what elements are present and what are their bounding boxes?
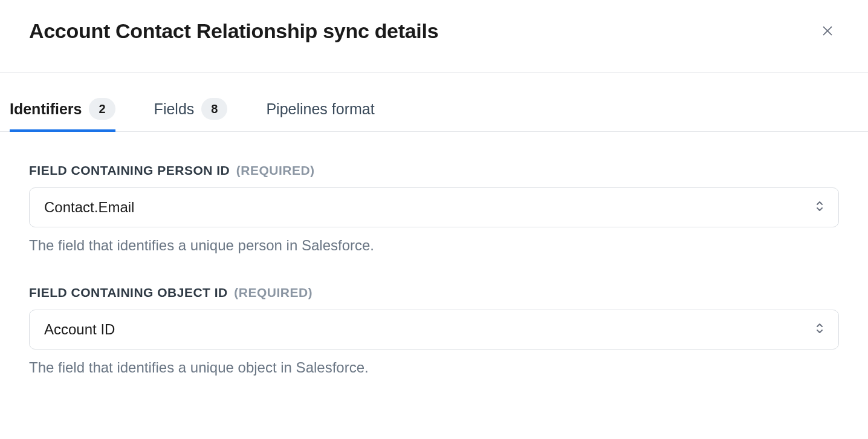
chevron-up-down-icon: [815, 200, 824, 215]
form-group-object-id: FIELD CONTAINING OBJECT ID (REQUIRED) Ac…: [29, 285, 839, 376]
tab-pipelines-label: Pipelines format: [266, 100, 374, 118]
tab-identifiers-label: Identifiers: [10, 100, 82, 118]
object-id-required: (REQUIRED): [234, 285, 313, 299]
tab-pipelines-format[interactable]: Pipelines format: [266, 98, 374, 132]
tab-fields-badge: 8: [201, 98, 227, 120]
tab-identifiers-badge: 2: [89, 98, 115, 120]
person-id-select[interactable]: Contact.Email: [29, 187, 839, 227]
close-button[interactable]: [818, 22, 837, 42]
content-area: FIELD CONTAINING PERSON ID (REQUIRED) Co…: [0, 132, 868, 376]
tab-fields-label: Fields: [154, 100, 195, 118]
person-id-label-row: FIELD CONTAINING PERSON ID (REQUIRED): [29, 163, 839, 178]
tab-identifiers[interactable]: Identifiers 2: [10, 98, 115, 132]
person-id-help: The field that identifies a unique perso…: [29, 237, 839, 254]
person-id-label: FIELD CONTAINING PERSON ID: [29, 163, 230, 177]
object-id-value: Account ID: [44, 321, 115, 338]
page-title: Account Contact Relationship sync detail…: [29, 19, 438, 43]
tab-fields[interactable]: Fields 8: [154, 98, 228, 132]
object-id-help: The field that identifies a unique objec…: [29, 359, 839, 376]
page-header: Account Contact Relationship sync detail…: [0, 0, 868, 73]
object-id-select[interactable]: Account ID: [29, 310, 839, 350]
object-id-label-row: FIELD CONTAINING OBJECT ID (REQUIRED): [29, 285, 839, 300]
form-group-person-id: FIELD CONTAINING PERSON ID (REQUIRED) Co…: [29, 163, 839, 254]
object-id-label: FIELD CONTAINING OBJECT ID: [29, 285, 228, 299]
chevron-up-down-icon: [815, 322, 824, 337]
person-id-value: Contact.Email: [44, 199, 134, 216]
person-id-required: (REQUIRED): [236, 163, 315, 177]
tabs-nav: Identifiers 2 Fields 8 Pipelines format: [0, 98, 868, 132]
close-icon: [821, 30, 834, 39]
